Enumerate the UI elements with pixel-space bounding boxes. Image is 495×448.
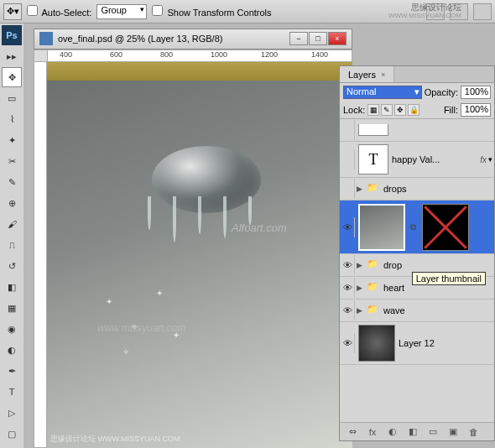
- history-brush-icon[interactable]: ↺: [2, 256, 22, 276]
- fx-badge[interactable]: fx: [480, 155, 487, 164]
- pen-tool-icon[interactable]: ✒: [2, 361, 22, 381]
- new-layer-icon[interactable]: ▣: [446, 425, 461, 439]
- lock-label: Lock:: [343, 105, 365, 115]
- layer-label: wave: [383, 305, 405, 315]
- blur-tool-icon[interactable]: ◉: [2, 319, 22, 339]
- align-button[interactable]: [473, 3, 492, 20]
- visibility-icon[interactable]: 👁: [341, 217, 355, 237]
- wand-tool-icon[interactable]: ✦: [2, 130, 22, 150]
- layer-label: heart: [383, 283, 404, 293]
- gradient-tool-icon[interactable]: ▦: [2, 298, 22, 318]
- document-canvas[interactable]: Alfoart.com www.missyuan.com ✦ ✧ ✦ ✧ ✦ 思…: [47, 62, 352, 448]
- adjustment-icon[interactable]: ◧: [405, 425, 420, 439]
- stamp-tool-icon[interactable]: ⎍: [2, 235, 22, 255]
- layer-row-drops[interactable]: ▶ 📁 drops: [340, 178, 494, 201]
- close-icon[interactable]: ×: [381, 70, 385, 79]
- ruler-tick: 1400: [311, 50, 328, 59]
- brush-tool-icon[interactable]: 🖌: [2, 214, 22, 234]
- show-transform-checkbox[interactable]: Show Transform Controls: [152, 5, 271, 18]
- blend-mode-dropdown[interactable]: Normal: [343, 86, 422, 99]
- visibility-icon[interactable]: 👁: [341, 255, 355, 275]
- layer-row-wave[interactable]: 👁 ▶ 📁 wave: [340, 300, 494, 322]
- type-thumbnail[interactable]: T: [358, 144, 388, 175]
- lock-all-icon[interactable]: 🔒: [408, 104, 419, 116]
- watermark-alfoart: Alfoart.com: [232, 221, 287, 234]
- heal-tool-icon[interactable]: ⊕: [2, 193, 22, 213]
- link-icon[interactable]: ⧉: [410, 222, 419, 232]
- fill-input[interactable]: 100%: [461, 103, 491, 117]
- auto-select-dropdown[interactable]: Group: [96, 4, 147, 19]
- group-icon[interactable]: ▭: [425, 425, 440, 439]
- crop-tool-icon[interactable]: ✂: [2, 151, 22, 171]
- tools-panel: Ps ▸▸ ✥ ▭ ⌇ ✦ ✂ ✎ ⊕ 🖌 ⎍ ↺ ◧ ▦ ◉ ◐ ✒ T ▷ …: [0, 23, 23, 448]
- visibility-icon[interactable]: 👁: [341, 278, 355, 298]
- visibility-icon[interactable]: [341, 179, 355, 199]
- expand-arrow-icon[interactable]: ▶: [357, 284, 365, 292]
- show-transform-label: Show Transform Controls: [167, 8, 271, 18]
- ruler-tick: 600: [110, 50, 122, 59]
- move-tool-preset-icon[interactable]: ✥▾: [3, 3, 22, 20]
- folder-icon: 📁: [367, 182, 380, 195]
- footer-watermark: 思缘设计论坛 WWW.MISSYUAN.COM: [50, 434, 180, 445]
- layer-thumbnail[interactable]: [358, 325, 395, 362]
- tooltip: Layer thumbnail: [412, 272, 486, 285]
- move-tool-icon[interactable]: ✥: [2, 67, 22, 87]
- fx-icon[interactable]: fx: [365, 425, 380, 439]
- mask-icon[interactable]: ◐: [385, 425, 400, 439]
- visibility-icon[interactable]: 👁: [341, 333, 355, 353]
- layer-thumbnail[interactable]: [358, 204, 405, 251]
- folder-icon: 📁: [367, 281, 380, 294]
- vertical-ruler[interactable]: [34, 62, 47, 448]
- trash-icon[interactable]: 🗑: [466, 425, 481, 439]
- visibility-icon[interactable]: [341, 149, 355, 169]
- expand-icon[interactable]: ▸▸: [2, 46, 22, 66]
- layer-row-layer12[interactable]: 👁 Layer 12: [340, 322, 494, 365]
- ps-logo-icon[interactable]: Ps: [2, 25, 22, 45]
- doc-icon: [39, 32, 53, 45]
- opacity-input[interactable]: 100%: [461, 86, 491, 99]
- lasso-tool-icon[interactable]: ⌇: [2, 109, 22, 129]
- path-tool-icon[interactable]: ▷: [2, 403, 22, 423]
- close-button[interactable]: ×: [328, 32, 346, 45]
- auto-select-checkbox[interactable]: Auto-Select:: [27, 5, 91, 18]
- lock-pixels-icon[interactable]: ✎: [381, 104, 393, 116]
- minimize-button[interactable]: −: [289, 32, 308, 45]
- ruler-tick: 1200: [261, 50, 278, 59]
- visibility-icon[interactable]: 👁: [341, 300, 355, 320]
- watermark-url: WWW.MISSYUAN.COM: [388, 12, 461, 19]
- chevron-down-icon[interactable]: ▾: [488, 155, 492, 164]
- link-layers-icon[interactable]: ⇔: [345, 425, 360, 439]
- document-title: ove_final.psd @ 25% (Layer 13, RGB/8): [58, 34, 222, 44]
- document-titlebar[interactable]: ove_final.psd @ 25% (Layer 13, RGB/8) − …: [34, 29, 352, 49]
- eraser-tool-icon[interactable]: ◧: [2, 277, 22, 297]
- dodge-tool-icon[interactable]: ◐: [2, 340, 22, 360]
- layer-row-happy-val[interactable]: T happy Val... fx ▾: [340, 142, 494, 178]
- expand-arrow-icon[interactable]: ▶: [357, 261, 365, 269]
- layer-label: drops: [383, 184, 407, 194]
- layer-row-partial[interactable]: [340, 119, 494, 142]
- mask-thumbnail[interactable]: [422, 204, 469, 251]
- layers-panel-footer: ⇔ fx ◐ ◧ ▭ ▣ 🗑: [340, 422, 494, 440]
- ruler-tick: 400: [60, 50, 72, 59]
- shape-tool-icon[interactable]: ▢: [2, 424, 22, 444]
- type-tool-icon[interactable]: T: [2, 382, 22, 402]
- lock-position-icon[interactable]: ✥: [394, 104, 406, 116]
- horizontal-ruler[interactable]: 400 600 800 1000 1200 1400: [34, 49, 352, 62]
- ruler-tick: 800: [160, 50, 173, 59]
- auto-select-label: Auto-Select:: [41, 8, 91, 18]
- layer-label: Layer 12: [399, 338, 435, 348]
- layer-label: drop: [383, 260, 402, 270]
- layer-label: happy Val...: [392, 154, 440, 164]
- eyedropper-tool-icon[interactable]: ✎: [2, 172, 22, 192]
- lock-transparency-icon[interactable]: ▦: [367, 104, 379, 116]
- folder-icon: 📁: [367, 258, 380, 272]
- expand-arrow-icon[interactable]: ▶: [357, 306, 365, 315]
- opacity-label: Opacity:: [425, 87, 458, 97]
- fill-label: Fill:: [444, 105, 458, 115]
- maximize-button[interactable]: □: [309, 32, 327, 45]
- ruler-tick: 1000: [211, 50, 227, 59]
- layers-tab[interactable]: Layers×: [340, 66, 394, 82]
- marquee-tool-icon[interactable]: ▭: [2, 88, 22, 108]
- layer-row-selected[interactable]: 👁 ⧉: [340, 201, 494, 254]
- expand-arrow-icon[interactable]: ▶: [357, 185, 365, 193]
